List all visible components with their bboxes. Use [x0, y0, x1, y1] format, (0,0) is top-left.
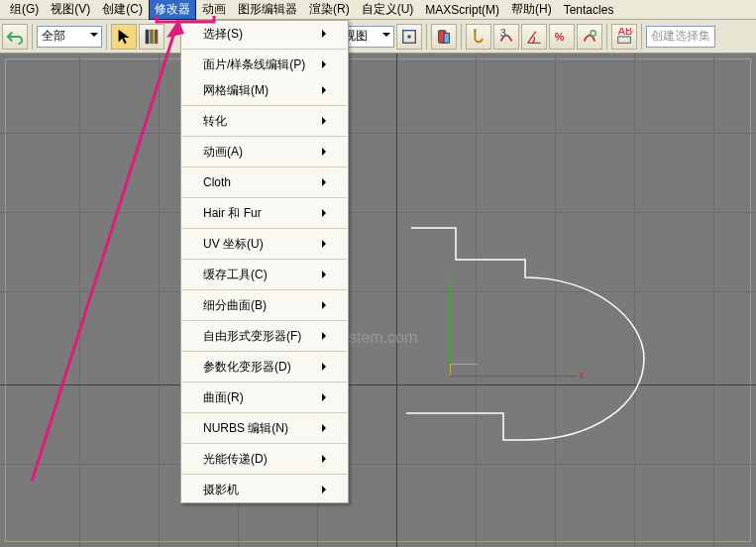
chevron-right-icon [322, 60, 330, 68]
dd-patch-spline-edit[interactable]: 面片/样条线编辑(P) [181, 52, 348, 77]
chevron-right-icon [322, 393, 330, 401]
gizmo-x-axis[interactable] [450, 376, 577, 377]
menu-separator [182, 443, 347, 444]
chevron-right-icon [322, 240, 330, 248]
chevron-right-icon [322, 424, 330, 432]
svg-rect-2 [155, 29, 159, 43]
grid-line [79, 54, 80, 547]
menu-separator [182, 412, 347, 413]
menu-separator [182, 320, 347, 321]
menu-tentacles[interactable]: Tentacles [558, 1, 620, 19]
toolbar-separator [32, 24, 33, 50]
svg-point-7 [474, 29, 477, 32]
chevron-right-icon [322, 271, 330, 278]
viewport[interactable]: x y GXI网 stem.com [0, 54, 756, 547]
menubar: 组(G) 视图(V) 创建(C) 修改器 动画 图形编辑器 渲染(R) 自定义(… [0, 0, 756, 20]
dd-cache-tools[interactable]: 缓存工具(C) [181, 262, 348, 287]
menu-separator [182, 228, 347, 229]
menu-animation[interactable]: 动画 [196, 0, 232, 20]
color-swatch-button[interactable] [139, 24, 164, 50]
dd-mesh-edit[interactable]: 网格编辑(M) [181, 77, 348, 103]
grid-line [0, 212, 756, 213]
menu-separator [182, 136, 347, 137]
menu-separator [182, 166, 347, 167]
dd-parametric-deform[interactable]: 参数化变形器(D) [181, 354, 348, 380]
menu-maxscript[interactable]: MAXScript(M) [419, 1, 505, 19]
menu-view[interactable]: 视图(V) [45, 0, 96, 20]
menu-separator [182, 289, 347, 290]
menu-separator [182, 49, 347, 50]
keyboard-shortcut-toggle[interactable] [466, 24, 491, 50]
dd-animation[interactable]: 动画(A) [181, 139, 348, 164]
menu-customize[interactable]: 自定义(U) [356, 0, 420, 20]
dd-radiosity[interactable]: 光能传递(D) [181, 446, 348, 472]
dd-convert[interactable]: 转化 [181, 108, 348, 134]
menu-create[interactable]: 创建(C) [96, 0, 149, 20]
selection-filter-label: 全部 [42, 28, 65, 45]
toolbar-separator [426, 24, 427, 50]
chevron-right-icon [322, 117, 330, 125]
dd-select[interactable]: 选择(S) [181, 21, 348, 47]
chevron-right-icon [322, 486, 330, 493]
chevron-right-icon [322, 148, 330, 156]
menu-separator [182, 105, 347, 106]
select-and-manipulate-button[interactable] [431, 24, 457, 50]
drawn-spline [396, 220, 674, 448]
dd-hair-fur[interactable]: Hair 和 Fur [181, 200, 348, 226]
menu-help[interactable]: 帮助(H) [505, 0, 558, 20]
toolbar: 全部 视图 3 % ABC 创建选择集 [0, 20, 756, 54]
grid-line [0, 133, 756, 134]
percent-snap-toggle[interactable]: % [549, 24, 575, 50]
selection-filter-dropdown[interactable]: 全部 [37, 26, 102, 48]
grid-line [159, 54, 160, 547]
angle-snap-toggle[interactable] [521, 24, 547, 50]
chevron-right-icon [322, 178, 330, 186]
grid-line [0, 464, 756, 465]
svg-rect-0 [146, 29, 150, 43]
pivot-button[interactable] [396, 24, 422, 50]
svg-rect-6 [444, 33, 449, 43]
menu-separator [182, 351, 347, 352]
chevron-right-icon [322, 209, 330, 217]
named-selection-input[interactable]: 创建选择集 [646, 26, 715, 48]
select-cursor-button[interactable] [111, 24, 137, 50]
svg-point-10 [591, 30, 595, 35]
menu-separator [182, 259, 347, 260]
spinner-snap-toggle[interactable] [577, 24, 602, 50]
dd-surface[interactable]: 曲面(R) [181, 384, 348, 410]
dd-cloth[interactable]: Cloth [181, 169, 348, 195]
chevron-right-icon [322, 86, 330, 94]
gizmo-xy-plane[interactable] [450, 364, 478, 376]
menu-render[interactable]: 渲染(R) [303, 0, 356, 20]
dd-freeform-deform[interactable]: 自由形式变形器(F) [181, 323, 348, 349]
gizmo-y-axis[interactable] [450, 283, 451, 376]
modifiers-dropdown: 选择(S) 面片/样条线编辑(P) 网格编辑(M) 转化 动画(A) Cloth… [180, 20, 349, 503]
dd-uv-coords[interactable]: UV 坐标(U) [181, 231, 348, 257]
menu-separator [182, 197, 347, 198]
toolbar-separator [641, 24, 642, 50]
chevron-right-icon [322, 301, 330, 309]
menu-separator [182, 474, 347, 475]
dd-subdivision[interactable]: 细分曲面(B) [181, 292, 348, 318]
dd-camera[interactable]: 摄影机 [181, 477, 348, 502]
svg-rect-12 [618, 37, 631, 43]
dd-nurbs-edit[interactable]: NURBS 编辑(N) [181, 415, 348, 441]
gizmo-x-label: x [579, 369, 585, 381]
chevron-right-icon [322, 455, 330, 463]
gizmo-y-label: y [447, 270, 453, 281]
svg-rect-1 [150, 29, 154, 43]
menu-group[interactable]: 组(G) [4, 0, 45, 20]
menu-separator [182, 382, 347, 383]
menu-modifiers[interactable]: 修改器 [149, 0, 196, 20]
toolbar-separator [461, 24, 462, 50]
toolbar-separator [106, 24, 107, 50]
menu-graph-editors[interactable]: 图形编辑器 [232, 0, 303, 20]
svg-text:3: 3 [500, 28, 506, 39]
svg-text:ABC: ABC [618, 28, 633, 37]
named-selection-icon[interactable]: ABC [611, 24, 637, 50]
undo-button[interactable] [2, 24, 28, 50]
snap-toggle[interactable]: 3 [493, 24, 519, 50]
grid-line [713, 54, 714, 547]
chevron-right-icon [322, 332, 330, 340]
svg-text:%: % [555, 30, 565, 42]
